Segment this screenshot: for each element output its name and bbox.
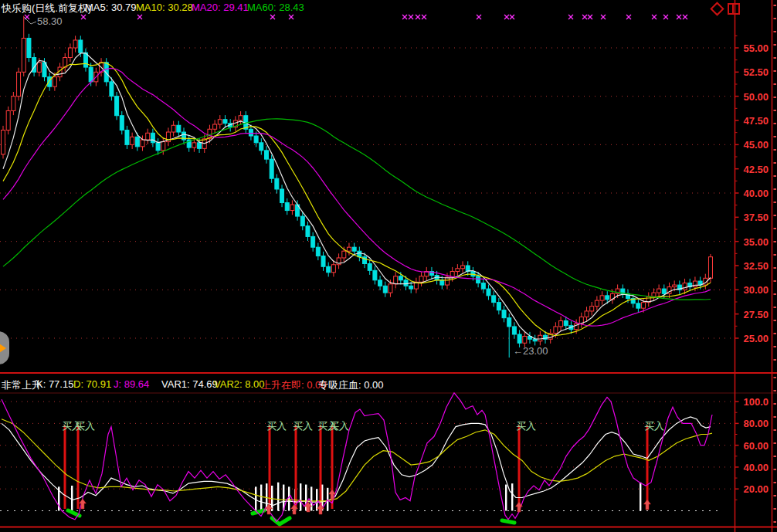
kdj-indicator-chart[interactable]: [0, 374, 777, 532]
buy-signal-label: 买入: [266, 419, 287, 433]
candles-layer: [2, 16, 713, 357]
var-bar: [505, 485, 507, 511]
candle-up: [53, 77, 56, 87]
scroll-strip-dash: [774, 57, 777, 59]
candle-down: [280, 189, 284, 203]
scroll-strip-dash: [774, 175, 777, 177]
candle-down: [477, 276, 480, 283]
var-bar: [277, 483, 279, 511]
candle-down: [409, 286, 413, 289]
scroll-strip-dash: [774, 293, 777, 295]
var-bar: [71, 486, 73, 511]
scroll-strip-dash: [774, 70, 777, 72]
candle-down: [316, 247, 320, 256]
candle-up: [585, 311, 589, 317]
main-price-chart[interactable]: [0, 0, 777, 374]
candle-up: [708, 257, 712, 279]
indicator-axis-label: 60.00: [735, 440, 769, 452]
candle-up: [652, 293, 656, 296]
pane-corner-controls: [712, 2, 740, 15]
marker-x-icon: [137, 15, 142, 19]
scroll-strip-dash: [774, 267, 777, 269]
scroll-strip-dash: [774, 508, 777, 510]
candle-up: [388, 284, 392, 293]
diamond-icon[interactable]: [710, 2, 724, 15]
marker-x-icon: [582, 15, 587, 19]
scroll-strip-dash: [774, 123, 777, 124]
scroll-strip-dash: [774, 228, 777, 229]
low-price-annotation: ←23.00: [513, 345, 548, 357]
indicator-axis-label: 40.00: [735, 462, 769, 473]
ma5-line: [3, 53, 711, 339]
title-segment: MA20: 29.41: [192, 2, 249, 13]
marker-x-icon: [510, 15, 514, 19]
candle-down: [373, 270, 377, 280]
candle-up: [331, 265, 335, 273]
candle-down: [120, 116, 124, 130]
price-axis-label: 42.50: [735, 164, 769, 175]
indicator-header-segment: 专吸庄血: 0.00: [318, 378, 384, 392]
scroll-strip-dash: [774, 390, 777, 391]
candle-up: [559, 320, 563, 327]
scroll-strip-dash: [774, 482, 777, 483]
candle-down: [662, 289, 666, 293]
marker-x-icon: [588, 15, 592, 19]
candle-down: [125, 130, 129, 145]
marker-x-icon: [652, 15, 657, 19]
candle-down: [517, 334, 521, 343]
indicator-axis-label: 100.0: [735, 396, 769, 408]
marker-x-icon: [270, 15, 275, 19]
scroll-strip-dash: [774, 215, 777, 216]
candle-up: [213, 124, 217, 129]
candle-down: [156, 143, 160, 151]
scroll-strip-dash: [774, 110, 777, 111]
candle-up: [445, 277, 449, 285]
scroll-strip-dash: [774, 442, 777, 444]
candle-down: [321, 256, 325, 266]
candle-down: [404, 280, 408, 286]
candle-down: [512, 327, 516, 334]
indicator-axis-label: 20.00: [735, 483, 769, 495]
candle-up: [141, 140, 144, 147]
candle-down: [151, 133, 154, 143]
candle-up: [419, 276, 423, 283]
marker-x-icon: [626, 15, 631, 19]
candle-down: [311, 236, 315, 247]
candle-down: [275, 178, 279, 189]
candle-up: [161, 142, 165, 151]
candle-down: [300, 216, 304, 226]
candle-up: [131, 137, 134, 144]
window-maximize-icon[interactable]: [728, 3, 740, 15]
candle-up: [6, 110, 10, 130]
scroll-strip-dash: [774, 346, 777, 347]
price-axis-label: 27.50: [735, 309, 769, 320]
candle-down: [533, 339, 537, 341]
candle-down: [198, 143, 202, 149]
marker-x-icon: [402, 15, 407, 19]
candle-down: [383, 286, 387, 293]
candle-up: [538, 335, 542, 341]
price-axis-label: 32.50: [735, 260, 769, 272]
scroll-strip-dash: [774, 188, 777, 190]
candle-up: [394, 276, 398, 284]
buy-signal-label: 买入: [516, 419, 536, 433]
candle-down: [306, 226, 310, 237]
buy-signal-label: 买入: [644, 419, 664, 433]
title-segment: MA5: 30.79: [85, 2, 137, 13]
candle-down: [502, 310, 506, 318]
buy-arrow-icon: [644, 500, 651, 510]
candle-down: [399, 276, 402, 280]
scroll-strip-dash: [774, 202, 777, 203]
candle-up: [218, 120, 222, 124]
candle-down: [440, 280, 444, 285]
scroll-strip-dash: [774, 377, 777, 378]
candle-up: [595, 300, 599, 307]
title-segment: MA10: 30.28: [136, 2, 193, 13]
marker-x-icon: [663, 15, 668, 19]
scroll-strip-dash: [774, 403, 777, 405]
candle-down: [507, 318, 511, 327]
price-axis-label: 55.00: [735, 42, 769, 54]
scroll-strip-dash: [774, 31, 777, 32]
candle-down: [368, 263, 372, 270]
candle-up: [68, 48, 72, 58]
